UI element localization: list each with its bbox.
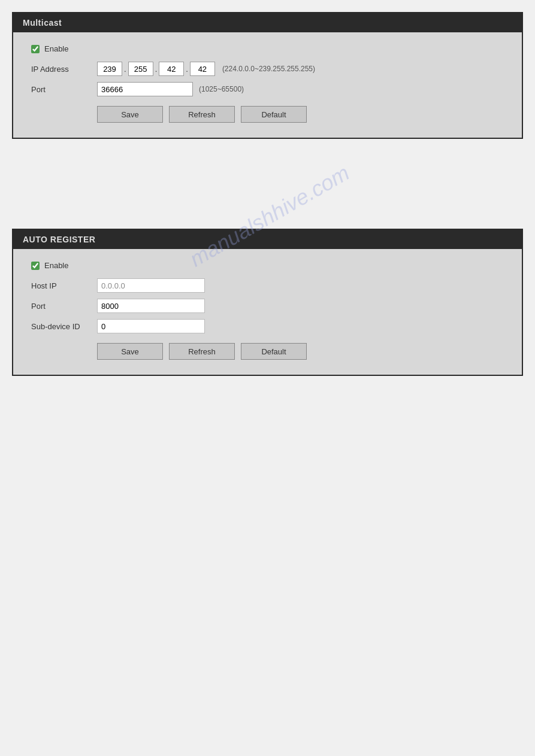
auto-register-sub-device-label: Sub-device ID: [31, 322, 97, 331]
multicast-ip-octet3[interactable]: [159, 62, 184, 76]
auto-register-panel: AUTO REGISTER Enable Host IP Port Sub-de…: [12, 229, 523, 376]
auto-register-refresh-button[interactable]: Refresh: [169, 343, 235, 360]
auto-register-port-input[interactable]: [97, 299, 205, 313]
multicast-enable-row: Enable: [31, 44, 504, 53]
multicast-ip-octet1[interactable]: [97, 62, 122, 76]
multicast-enable-checkbox[interactable]: [31, 45, 40, 53]
auto-register-panel-header: AUTO REGISTER: [13, 230, 522, 249]
multicast-enable-label: Enable: [44, 44, 68, 53]
multicast-ip-dot2: .: [155, 65, 158, 74]
auto-register-host-ip-row: Host IP: [31, 278, 504, 293]
multicast-panel-body: Enable IP Address . . . (224.0.0.0~239.2…: [13, 32, 522, 138]
multicast-port-label: Port: [31, 85, 97, 94]
auto-register-enable-checkbox[interactable]: [31, 262, 40, 270]
multicast-ip-octet2[interactable]: [128, 62, 153, 76]
auto-register-default-button[interactable]: Default: [241, 343, 307, 360]
multicast-save-button[interactable]: Save: [97, 106, 163, 123]
multicast-port-input[interactable]: [97, 82, 193, 96]
auto-register-enable-row: Enable: [31, 261, 504, 270]
auto-register-title: AUTO REGISTER: [23, 235, 95, 244]
multicast-ip-address-container: . . . (224.0.0.0~239.255.255.255): [97, 62, 315, 76]
auto-register-buttons-row: Save Refresh Default: [97, 343, 504, 360]
multicast-ip-range-hint: (224.0.0.0~239.255.255.255): [222, 65, 315, 73]
multicast-title: Multicast: [23, 18, 62, 28]
multicast-default-button[interactable]: Default: [241, 106, 307, 123]
auto-register-save-button[interactable]: Save: [97, 343, 163, 360]
auto-register-panel-body: Enable Host IP Port Sub-device ID Save R…: [13, 249, 522, 375]
multicast-refresh-button[interactable]: Refresh: [169, 106, 235, 123]
auto-register-port-row: Port: [31, 299, 504, 313]
auto-register-port-label: Port: [31, 302, 97, 311]
multicast-panel-header: Multicast: [13, 13, 522, 32]
bottom-gap: [12, 394, 523, 514]
multicast-buttons-row: Save Refresh Default: [97, 106, 504, 123]
auto-register-enable-label: Enable: [44, 261, 68, 270]
page-wrapper: Multicast Enable IP Address . . . (: [12, 12, 523, 514]
auto-register-host-ip-input[interactable]: [97, 278, 205, 293]
section-gap: [12, 157, 523, 229]
multicast-panel: Multicast Enable IP Address . . . (: [12, 12, 523, 139]
multicast-ip-row: IP Address . . . (224.0.0.0~239.255.255.…: [31, 62, 504, 76]
auto-register-host-ip-label: Host IP: [31, 281, 97, 290]
multicast-ip-label: IP Address: [31, 65, 97, 74]
multicast-ip-dot3: .: [185, 65, 189, 74]
auto-register-sub-device-input[interactable]: [97, 319, 205, 333]
multicast-ip-octet4[interactable]: [190, 62, 215, 76]
multicast-ip-dot1: .: [123, 65, 127, 74]
auto-register-sub-device-row: Sub-device ID: [31, 319, 504, 333]
multicast-port-range-hint: (1025~65500): [199, 85, 244, 93]
multicast-port-row: Port (1025~65500): [31, 82, 504, 96]
